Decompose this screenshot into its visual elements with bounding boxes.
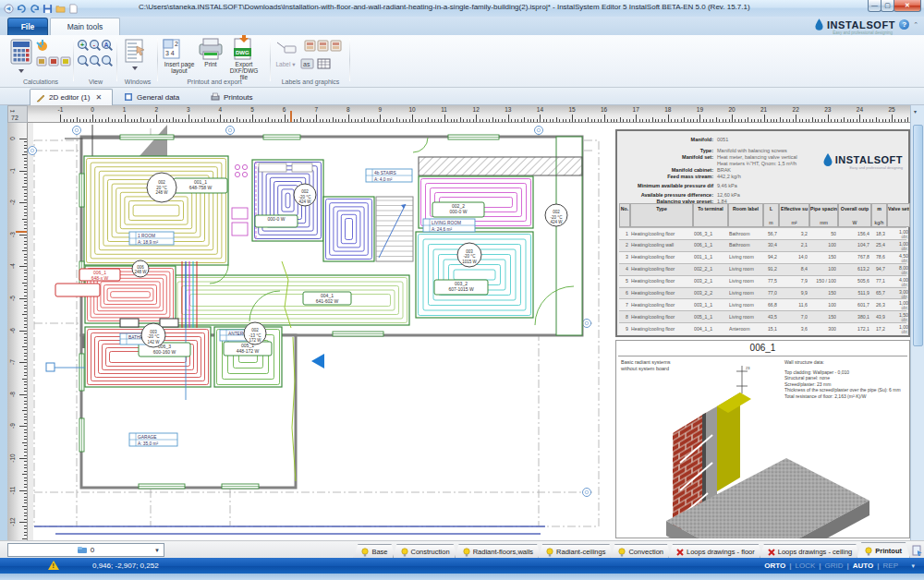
bottom-tabs: BaseConstructionRadiant-floors,wallsRadi… (357, 541, 910, 559)
bottom-tab-label: Radiant-ceilings (556, 548, 605, 556)
table-cell: 11,6 (780, 302, 808, 308)
table-row[interactable]: 3Heating/cooling floor001_1_1Living room… (619, 251, 906, 263)
table-row[interactable]: 2Heating/cooling wall006_1_1Bathroom30,4… (619, 239, 906, 251)
table-cell: 004_1_1 (694, 326, 726, 332)
bulb-icon (618, 548, 626, 557)
undo-icon[interactable] (17, 4, 27, 14)
collapse-ribbon-icon[interactable]: ⌃ (913, 21, 918, 29)
table-cell: 77,1 (872, 278, 885, 284)
scrollbar-thumb[interactable] (913, 125, 923, 346)
new-file-icon[interactable] (68, 4, 79, 14)
ruler-number: 13 (501, 106, 516, 113)
table-cell: Living room (729, 314, 761, 320)
vertical-scrollbar[interactable]: ▾ (910, 105, 924, 540)
minimize-button[interactable]: — (868, 0, 881, 12)
open-folder-icon[interactable] (55, 4, 66, 14)
bottom-tab-construction[interactable]: Construction (393, 544, 458, 559)
ruler-number: 2 (149, 106, 164, 113)
svg-text:002: 002 (301, 189, 309, 194)
file-tab[interactable]: File (7, 18, 48, 35)
ruler-number: 7 (309, 106, 323, 113)
table-cell: Bathroom (729, 242, 761, 248)
ruler-number: 5 (245, 106, 260, 113)
layer-combo[interactable]: 0 ▼ (7, 543, 164, 557)
ruler-number: 16 (597, 106, 612, 113)
bottom-tab-radiant-ceilings[interactable]: Radiant-ceilings (538, 544, 614, 559)
bulb-icon (401, 548, 408, 557)
bottom-tab-label: Loops drawings - floor (687, 548, 755, 556)
save-icon[interactable] (43, 4, 53, 14)
quick-access-toolbar[interactable] (4, 2, 79, 15)
insert-page-layout-button[interactable]: Insert page layout (159, 61, 200, 74)
table-row[interactable]: 6Heating/cooling floor003_2_2Living room… (619, 287, 906, 299)
doc-tab-printouts[interactable]: Printouts (205, 89, 270, 105)
table-cell: 150 (810, 290, 836, 296)
wall-panel-title: 006_1 (616, 343, 909, 353)
table-cell: 156,4 (839, 231, 869, 236)
status-bar: 0,946; -2,907; 0,252 ORTO|LOCK|GRID|AUTO… (0, 558, 924, 574)
ruler-number: 18 (661, 106, 675, 113)
status-dropdown-icon[interactable]: ▾ (911, 562, 915, 570)
table-cell: 77,5 (764, 278, 777, 284)
table-column-header: Lm (763, 203, 779, 227)
table-row[interactable]: 9Heating/cooling floor004_1_1Anteroom15,… (619, 322, 906, 334)
ruler-number: 4 (213, 106, 227, 113)
maximize-button[interactable]: ▢ (881, 0, 894, 12)
table-cell: 003_2_2 (694, 290, 726, 296)
main-tools-tab[interactable]: Main tools (50, 18, 120, 35)
close-button[interactable]: ✕ (894, 0, 921, 12)
ruler-number: 9 (372, 106, 387, 113)
doc-tab-2d-editor-1-[interactable]: 2D editor (1)✕ (30, 89, 113, 105)
bottom-tab-loops-drawings-ceiling[interactable]: Loops drawings - ceiling (760, 544, 860, 559)
table-cell: 001_1_1 (694, 254, 726, 260)
table-cell: 66,8 (764, 302, 777, 308)
svg-text:648-x W: 648-x W (91, 275, 109, 281)
toggle-lock[interactable]: LOCK (795, 562, 815, 570)
general-data-icon (124, 92, 133, 102)
table-row[interactable]: 5Heating/cooling floor003_2_1Living room… (619, 275, 906, 287)
combo-dropdown-icon: ▼ (154, 548, 160, 553)
svg-text:641-602 W: 641-602 W (316, 298, 339, 304)
export-dxf-dwg-button[interactable]: Export DXF/DWG file (225, 61, 262, 80)
print-button[interactable]: Print (198, 61, 224, 67)
ruler-corner[interactable]: ↦72 (7, 105, 28, 123)
bulb-icon (865, 547, 872, 556)
table-row[interactable]: 4Heating/cooling floor002_2_1Living room… (619, 263, 906, 275)
bottom-tab-loops-drawings-floor[interactable]: Loops drawings - floor (668, 544, 763, 559)
drawing-canvas[interactable]: 001_1648-758 W002_2000-0 W003_2607-1015 … (28, 123, 910, 540)
table-row[interactable]: 1Heating/cooling floor006_3_1Bathroom56,… (619, 227, 906, 239)
svg-text:003: 003 (150, 330, 157, 334)
svg-text:+: + (80, 42, 84, 48)
svg-text:-13 °C: -13 °C (249, 333, 262, 338)
svg-text:as: as (303, 61, 310, 67)
table-cell: 150 / 100 (810, 278, 836, 284)
table-cell: 300 (810, 326, 836, 332)
close-tab-icon[interactable]: ✕ (95, 93, 102, 102)
svg-text:600-160 W: 600-160 W (153, 349, 176, 355)
ruler-number: 24 (852, 106, 867, 113)
toggle-auto[interactable]: AUTO (853, 562, 874, 570)
table-cell: 1,00obr. (888, 300, 908, 310)
red-x-icon (768, 548, 775, 557)
warning-icon[interactable] (48, 561, 59, 570)
scrollbar-top-caret[interactable]: ▾ (914, 108, 917, 115)
redo-icon[interactable] (30, 4, 40, 14)
table-cell: 7 (620, 302, 628, 308)
table-row[interactable]: 7Heating/cooling floor003_1_1Living room… (619, 298, 906, 310)
toggle-grid[interactable]: GRID (825, 562, 844, 570)
table-row[interactable]: 8Heating/cooling floor005_1_1Living room… (619, 310, 906, 322)
table-cell: Bathroom (729, 231, 761, 236)
doc-tab-general-data[interactable]: General data (118, 89, 194, 105)
bottom-tab-base[interactable]: Base (353, 544, 395, 559)
tab-scroll-icon[interactable] (912, 545, 923, 556)
svg-text:607-1015 W: 607-1015 W (448, 286, 474, 292)
label-button[interactable]: Label ▾ (274, 61, 298, 67)
table-cell: 2 (620, 242, 628, 248)
svg-text:248 W: 248 W (155, 190, 168, 195)
bottom-tab-radiant-floors-walls[interactable]: Radiant-floors,walls (455, 544, 541, 559)
bottom-tab-convection[interactable]: Convection (610, 544, 672, 559)
toggle-orto[interactable]: ORTO (764, 562, 785, 570)
help-icon[interactable]: ? (899, 19, 909, 30)
bottom-tab-printout[interactable]: Printout (857, 542, 910, 559)
toggle-rep[interactable]: REP (883, 562, 898, 570)
